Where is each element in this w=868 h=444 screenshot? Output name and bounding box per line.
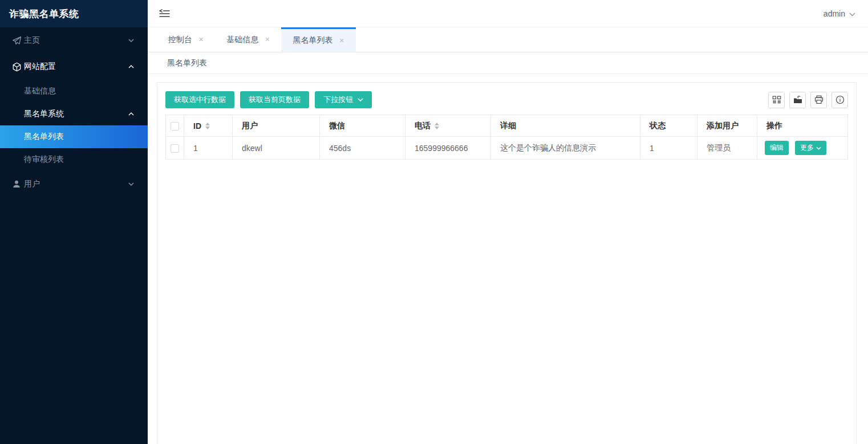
- get-selected-rows-button[interactable]: 获取选中行数据: [165, 91, 234, 108]
- sidebar-item-label: 待审核列表: [24, 154, 64, 165]
- close-icon[interactable]: ✕: [198, 36, 204, 43]
- tab-label: 控制台: [168, 35, 192, 45]
- sidebar-item-label: 黑名单系统: [24, 109, 64, 119]
- tab-bar: 控制台 ✕ 基础信息 ✕ 黑名单列表 ✕: [148, 27, 868, 52]
- chevron-up-icon: [128, 112, 134, 116]
- dropdown-button[interactable]: 下拉按钮: [315, 91, 372, 108]
- paper-plane-icon: [12, 36, 22, 46]
- sidebar-item-label: 网站配置: [24, 62, 56, 72]
- table-card: 获取选中行数据 获取当前页数据 下拉按钮: [157, 82, 857, 444]
- card-view-button[interactable]: [768, 92, 785, 108]
- sidebar-item-label: 黑名单列表: [24, 132, 64, 142]
- breadcrumb-text: 黑名单列表: [167, 58, 207, 68]
- column-header-wechat: 微信: [320, 115, 405, 137]
- cell-user: dkewl: [233, 137, 320, 160]
- tab-basic-info[interactable]: 基础信息 ✕: [215, 27, 281, 52]
- breadcrumb: 黑名单列表: [148, 52, 868, 74]
- username: admin: [824, 9, 845, 18]
- sidebar-item-label: 基础信息: [24, 86, 56, 96]
- column-header-added-by: 添加用户: [697, 115, 757, 137]
- column-header-detail: 详细: [491, 115, 640, 137]
- print-button[interactable]: [810, 92, 827, 108]
- close-icon[interactable]: ✕: [265, 36, 270, 43]
- content: 获取选中行数据 获取当前页数据 下拉按钮: [148, 74, 868, 444]
- tab-blacklist-list[interactable]: 黑名单列表 ✕: [281, 27, 355, 52]
- sidebar-item-site-config[interactable]: 网站配置: [0, 54, 148, 80]
- chevron-down-icon: [849, 9, 855, 18]
- chevron-down-icon: [358, 98, 363, 101]
- tab-console[interactable]: 控制台 ✕: [157, 27, 215, 52]
- sort-icon[interactable]: [435, 123, 439, 129]
- column-header-phone[interactable]: 电话: [405, 115, 491, 137]
- column-label: ID: [193, 121, 201, 131]
- tab-label: 基础信息: [226, 35, 258, 45]
- button-label: 更多: [800, 143, 814, 153]
- sidebar-item-label: 主页: [24, 35, 40, 46]
- select-all-checkbox[interactable]: [171, 122, 179, 131]
- button-label: 获取当前页数据: [249, 95, 301, 105]
- chevron-down-icon: [128, 39, 134, 42]
- column-header-id[interactable]: ID: [184, 115, 233, 137]
- table-toolbar: 获取选中行数据 获取当前页数据 下拉按钮: [165, 91, 848, 108]
- column-header-status: 状态: [640, 115, 697, 137]
- sidebar-item-pending-review-list[interactable]: 待审核列表: [0, 148, 148, 171]
- sidebar-item-blacklist-system[interactable]: 黑名单系统: [0, 103, 148, 125]
- cell-id: 1: [184, 137, 233, 160]
- app-root: 诈骗黑名单系统 主页: [0, 0, 868, 444]
- column-header-actions: 操作: [757, 115, 848, 137]
- button-label: 获取选中行数据: [174, 95, 226, 105]
- column-header-user: 用户: [233, 115, 320, 137]
- blacklist-table: ID 用户 微信 电话: [165, 115, 848, 160]
- sort-icon[interactable]: [205, 123, 210, 129]
- collapse-menu-icon[interactable]: [159, 9, 170, 18]
- sidebar-item-label: 用户: [24, 179, 40, 189]
- info-icon: [835, 95, 845, 104]
- select-all-checkbox-cell: [166, 115, 184, 137]
- row-checkbox-cell: [166, 137, 184, 160]
- get-current-page-button[interactable]: 获取当前页数据: [240, 91, 309, 108]
- cube-icon: [12, 62, 22, 72]
- edit-button[interactable]: 编辑: [765, 141, 789, 155]
- export-icon: [793, 95, 802, 104]
- sidebar-menu: 主页 网站配置 基础信息: [0, 27, 148, 444]
- close-icon[interactable]: ✕: [339, 38, 344, 44]
- sidebar-item-user[interactable]: 用户: [0, 171, 148, 197]
- app-title: 诈骗黑名单系统: [0, 0, 148, 27]
- cell-status: 1: [640, 137, 697, 160]
- sidebar-item-blacklist-list[interactable]: 黑名单列表: [0, 125, 148, 148]
- sidebar: 诈骗黑名单系统 主页: [0, 0, 148, 444]
- cell-wechat: 456ds: [320, 137, 405, 160]
- table-icon-buttons: [768, 92, 848, 108]
- tab-label: 黑名单列表: [293, 35, 332, 46]
- chevron-down-icon: [816, 146, 821, 150]
- row-checkbox[interactable]: [171, 144, 179, 153]
- topbar: admin: [148, 0, 868, 27]
- button-label: 下拉按钮: [323, 95, 353, 105]
- cell-phone: 165999966666: [405, 137, 491, 160]
- table-header-row: ID 用户 微信 电话: [166, 115, 848, 137]
- sidebar-item-basic-info[interactable]: 基础信息: [0, 80, 148, 103]
- card-view-icon: [772, 96, 781, 104]
- user-menu[interactable]: admin: [824, 9, 855, 18]
- column-label: 电话: [415, 121, 431, 131]
- button-label: 编辑: [770, 143, 784, 153]
- more-button[interactable]: 更多: [795, 141, 826, 155]
- export-button[interactable]: [789, 92, 806, 108]
- user-icon: [12, 180, 22, 189]
- print-icon: [814, 95, 824, 104]
- cell-detail: 这个是个诈骗人的信息演示: [491, 137, 640, 160]
- cell-added-by: 管理员: [697, 137, 757, 160]
- chevron-up-icon: [128, 65, 134, 68]
- table-row: 1 dkewl 456ds 165999966666 这个是个诈骗人的信息演示 …: [166, 137, 848, 160]
- info-button[interactable]: [832, 92, 848, 108]
- chevron-down-icon: [128, 182, 134, 186]
- sidebar-item-home[interactable]: 主页: [0, 27, 148, 54]
- cell-actions: 编辑 更多: [757, 137, 848, 160]
- main-area: admin 控制台 ✕ 基础信息 ✕ 黑名单列表 ✕ 黑名单列表: [148, 0, 868, 444]
